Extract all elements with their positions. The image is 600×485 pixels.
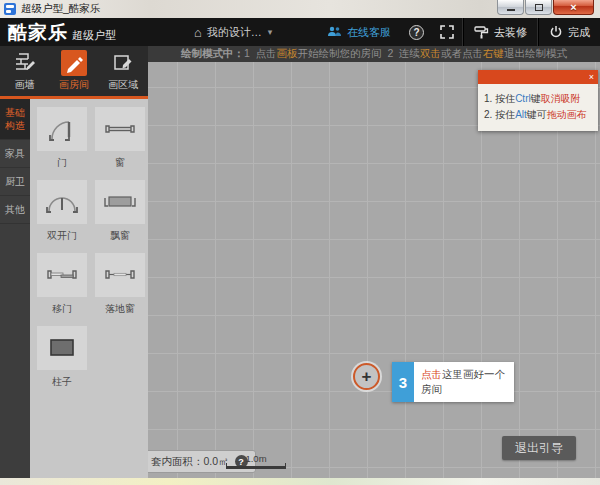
tool-draw-wall[interactable]: 画墙 <box>0 46 49 96</box>
scale-label: 1.0m <box>226 453 286 464</box>
item-window[interactable]: 窗 <box>95 107 145 170</box>
fullscreen-button[interactable] <box>432 18 462 46</box>
home-icon: ⌂ <box>194 26 202 39</box>
item-door[interactable]: 门 <box>37 107 87 170</box>
mode-step1-highlight: 画板 <box>277 47 298 61</box>
drawing-canvas[interactable]: 绘制模式中： 1 点击 画板 开始绘制您的房间 2 连续 双击 或者点击 右键 … <box>148 46 600 478</box>
tab-basic-structure[interactable]: 基础构造 <box>0 99 30 140</box>
mode-step1-pre: 1 点击 <box>244 47 277 61</box>
power-icon <box>549 25 563 39</box>
pillar-icon <box>37 326 87 370</box>
draw-room-icon <box>61 50 87 76</box>
close-icon: × <box>570 2 576 13</box>
online-service-button[interactable]: 在线客服 <box>317 18 401 46</box>
finish-label: 完成 <box>568 25 590 40</box>
window-title: 超级户型_酷家乐 <box>21 2 100 16</box>
area-label: 套内面积： <box>151 455 204 469</box>
notif-text: 键 <box>531 93 541 104</box>
exit-guide-button[interactable]: 退出引导 <box>502 436 576 460</box>
decorate-button[interactable]: 去装修 <box>464 18 537 46</box>
tab-other[interactable]: 其他 <box>0 196 30 224</box>
notification-close-icon[interactable]: × <box>585 73 598 82</box>
panel-body: 基础构造 家具 厨卫 其他 <box>0 99 148 478</box>
tool-draw-region[interactable]: 画区域 <box>99 46 148 96</box>
item-sliding-door[interactable]: 移门 <box>37 253 87 316</box>
bay-window-icon <box>95 180 145 224</box>
add-room-button[interactable]: + <box>353 363 380 390</box>
window-icon <box>95 107 145 151</box>
notification-header: × <box>478 70 598 84</box>
french-window-icon <box>95 253 145 297</box>
window-controls: × <box>496 0 594 15</box>
chevron-down-icon: ▾ <box>268 27 273 37</box>
door-icon <box>37 107 87 151</box>
mode-step2-highlight1: 双击 <box>420 47 441 61</box>
tool-label: 画区域 <box>108 78 138 92</box>
draw-tools: 画墙 画房间 <box>0 46 148 96</box>
guide-text: 点击这里画好一个房间 <box>414 362 514 402</box>
item-label: 双开门 <box>47 229 77 243</box>
item-label: 飘窗 <box>110 229 130 243</box>
mode-bar-prefix: 绘制模式中： <box>181 47 244 61</box>
desktop-background-strip <box>0 478 600 485</box>
item-label: 门 <box>57 156 67 170</box>
main-area: 画墙 画房间 <box>0 46 600 478</box>
item-pillar[interactable]: 柱子 <box>37 326 87 389</box>
category-tabs: 基础构造 家具 厨卫 其他 <box>0 99 30 478</box>
minimize-icon <box>507 9 515 11</box>
tab-furniture[interactable]: 家具 <box>0 140 30 168</box>
my-design-label: 我的设计… <box>207 25 262 40</box>
maximize-icon <box>535 4 543 11</box>
notification-line: 1. 按住Ctrl键取消吸附 <box>484 91 592 107</box>
area-value: 0.0㎡ <box>204 455 229 469</box>
item-label: 窗 <box>115 156 125 170</box>
guide-tooltip: 3 点击这里画好一个房间 <box>392 362 514 402</box>
item-label: 柱子 <box>52 375 72 389</box>
item-label: 落地窗 <box>105 302 135 316</box>
tab-kitchen-bath[interactable]: 厨卫 <box>0 168 30 196</box>
item-double-door[interactable]: 双开门 <box>37 180 87 243</box>
brand-subtitle: 超级户型 <box>72 28 116 43</box>
app-header: 酷家乐 超级户型 ⌂ 我的设计… ▾ 在线客服 ? <box>0 18 600 46</box>
header-actions: 在线客服 ? 去装修 <box>317 18 600 46</box>
online-service-label: 在线客服 <box>347 25 391 40</box>
fullscreen-icon <box>440 25 454 39</box>
tool-draw-room[interactable]: 画房间 <box>49 46 98 96</box>
app-window: 超级户型_酷家乐 × 酷家乐 超级户型 ⌂ 我的设计… ▾ 在线客服 ? <box>0 0 600 485</box>
mode-bar: 绘制模式中： 1 点击 画板 开始绘制您的房间 2 连续 双击 或者点击 右键 … <box>148 46 600 62</box>
left-panel: 画墙 画房间 <box>0 46 148 478</box>
finish-button[interactable]: 完成 <box>539 18 600 46</box>
people-icon <box>327 26 342 38</box>
minimize-button[interactable] <box>497 0 524 15</box>
item-bay-window[interactable]: 飘窗 <box>95 180 145 243</box>
paint-roller-icon <box>474 26 489 39</box>
mode-step2-post: 退出绘制模式 <box>504 47 567 61</box>
mode-step2-mid: 或者点击 <box>441 47 483 61</box>
item-label: 移门 <box>52 302 72 316</box>
help-button[interactable]: ? <box>401 18 432 46</box>
draw-region-icon <box>110 50 136 76</box>
items-grid: 门 窗 <box>37 107 148 389</box>
items-panel: 门 窗 <box>30 99 148 478</box>
scale-bar <box>226 466 286 469</box>
notif-key: Ctrl <box>515 93 531 104</box>
mode-step1-post: 开始绘制您的房间 <box>298 47 382 61</box>
tool-label: 画房间 <box>59 78 89 92</box>
notif-key: Alt <box>515 109 527 120</box>
notif-action: 拖动画布 <box>547 109 587 120</box>
notif-text: 键可 <box>527 109 547 120</box>
item-french-window[interactable]: 落地窗 <box>95 253 145 316</box>
close-button[interactable]: × <box>553 0 594 15</box>
my-design-menu[interactable]: ⌂ 我的设计… ▾ <box>194 25 272 40</box>
hotkey-notification: × 1. 按住Ctrl键取消吸附 2. 按住Alt键可拖动画布 <box>478 70 598 131</box>
notification-line: 2. 按住Alt键可拖动画布 <box>484 107 592 123</box>
app-icon <box>4 3 16 15</box>
brand-logo: 酷家乐 <box>8 23 68 42</box>
notif-text: 2. 按住 <box>484 109 515 120</box>
guide-step-number: 3 <box>392 362 414 402</box>
mode-step2-pre: 2 连续 <box>382 47 421 61</box>
notif-text: 1. 按住 <box>484 93 515 104</box>
maximize-button[interactable] <box>525 0 552 15</box>
notification-body: 1. 按住Ctrl键取消吸附 2. 按住Alt键可拖动画布 <box>478 84 598 131</box>
decorate-label: 去装修 <box>494 25 527 40</box>
